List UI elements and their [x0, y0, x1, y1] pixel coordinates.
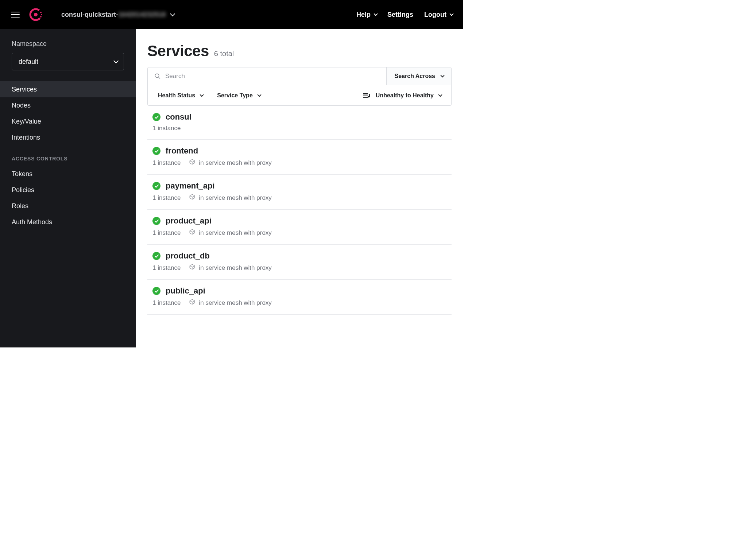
- service-row[interactable]: consul1 instance: [147, 106, 452, 140]
- mesh-icon: [189, 299, 196, 307]
- health-check-passing-icon: [152, 287, 160, 295]
- help-menu[interactable]: Help: [356, 11, 376, 19]
- instance-count: 1 instance: [152, 159, 181, 167]
- svg-line-20: [190, 266, 192, 267]
- health-status-label: Health Status: [158, 92, 195, 99]
- menu-toggle-icon[interactable]: [11, 12, 20, 18]
- sidebar: Namespace default ServicesNodesKey/Value…: [0, 29, 136, 347]
- service-name: payment_api: [166, 181, 215, 191]
- service-row[interactable]: product_db1 instancein service mesh with…: [147, 245, 452, 280]
- health-check-passing-icon: [152, 252, 160, 260]
- mesh-badge: in service mesh with proxy: [189, 194, 272, 202]
- svg-point-1: [34, 13, 38, 16]
- sidebar-item-tokens[interactable]: Tokens: [0, 166, 136, 182]
- svg-point-3: [41, 14, 42, 15]
- svg-line-13: [192, 196, 195, 197]
- search-icon: [154, 73, 161, 79]
- namespace-label: Namespace: [0, 40, 136, 53]
- sort-label: Unhealthy to Healthy: [376, 92, 434, 99]
- cluster-name-prefix: consul-quickstart-: [61, 11, 118, 18]
- sidebar-item-services[interactable]: Services: [0, 81, 136, 97]
- health-check-passing-icon: [152, 182, 160, 190]
- svg-line-17: [192, 231, 195, 232]
- search-across-dropdown[interactable]: Search Across: [386, 67, 451, 85]
- help-label: Help: [356, 11, 371, 19]
- mesh-label: in service mesh with proxy: [199, 229, 272, 237]
- mesh-icon: [189, 264, 196, 272]
- namespace-value: default: [19, 58, 38, 66]
- service-name: frontend: [166, 146, 198, 156]
- service-name: product_api: [166, 216, 212, 226]
- health-status-filter[interactable]: Health Status: [158, 92, 202, 99]
- sidebar-item-nodes[interactable]: Nodes: [0, 97, 136, 113]
- sidebar-item-key-value[interactable]: Key/Value: [0, 113, 136, 129]
- service-row[interactable]: public_api1 instancein service mesh with…: [147, 280, 452, 315]
- cluster-name-masked: 1642014232518: [118, 11, 166, 18]
- search-across-label: Search Across: [395, 73, 435, 79]
- service-type-filter[interactable]: Service Type: [217, 92, 260, 99]
- access-controls-heading: ACCESS CONTROLS: [0, 145, 136, 166]
- mesh-label: in service mesh with proxy: [199, 194, 272, 202]
- mesh-icon: [189, 159, 196, 167]
- toolbar: Search Across Health Status Service Type…: [147, 67, 452, 106]
- mesh-badge: in service mesh with proxy: [189, 299, 272, 307]
- datacenter-picker[interactable]: consul-quickstart-1642014232518: [61, 11, 174, 19]
- svg-line-24: [190, 301, 192, 302]
- mesh-icon: [189, 194, 196, 202]
- svg-line-25: [192, 301, 195, 302]
- chevron-down-icon: [113, 58, 119, 63]
- page-count: 6 total: [214, 50, 234, 58]
- mesh-badge: in service mesh with proxy: [189, 159, 272, 167]
- health-check-passing-icon: [152, 217, 160, 225]
- svg-line-9: [192, 161, 195, 162]
- instance-count: 1 instance: [152, 229, 181, 237]
- sort-dropdown[interactable]: Unhealthy to Healthy: [363, 92, 441, 99]
- svg-line-16: [190, 231, 192, 232]
- mesh-label: in service mesh with proxy: [199, 264, 272, 272]
- mesh-label: in service mesh with proxy: [199, 299, 272, 307]
- service-row[interactable]: frontend1 instancein service mesh with p…: [147, 140, 452, 175]
- svg-point-5: [155, 74, 159, 78]
- chevron-down-icon: [374, 12, 378, 16]
- service-name: consul: [166, 112, 191, 122]
- top-nav: Help Settings Logout: [356, 11, 452, 19]
- sidebar-item-intentions[interactable]: Intentions: [0, 129, 136, 145]
- service-row[interactable]: payment_api1 instancein service mesh wit…: [147, 175, 452, 210]
- search-box[interactable]: [148, 67, 386, 85]
- instance-count: 1 instance: [152, 299, 181, 307]
- namespace-select[interactable]: default: [12, 53, 124, 70]
- instance-count: 1 instance: [152, 125, 181, 132]
- chevron-down-icon: [438, 93, 442, 97]
- consul-logo[interactable]: [28, 7, 43, 22]
- instance-count: 1 instance: [152, 264, 181, 272]
- sidebar-item-auth-methods[interactable]: Auth Methods: [0, 214, 136, 230]
- chevron-down-icon: [440, 73, 444, 77]
- svg-point-4: [40, 16, 42, 18]
- svg-line-6: [158, 77, 160, 79]
- health-check-passing-icon: [152, 113, 160, 121]
- mesh-icon: [189, 229, 196, 237]
- health-check-passing-icon: [152, 147, 160, 155]
- settings-link[interactable]: Settings: [387, 11, 413, 19]
- service-list: consul1 instancefrontend1 instancein ser…: [147, 106, 452, 315]
- chevron-down-icon: [200, 93, 204, 97]
- settings-label: Settings: [387, 11, 413, 19]
- chevron-down-icon: [449, 12, 453, 16]
- mesh-label: in service mesh with proxy: [199, 159, 272, 167]
- instance-count: 1 instance: [152, 194, 181, 202]
- svg-line-8: [190, 161, 192, 162]
- main-content: Services 6 total Search Across Health St: [136, 29, 463, 347]
- service-type-label: Service Type: [217, 92, 253, 99]
- svg-point-2: [40, 12, 42, 13]
- sidebar-item-policies[interactable]: Policies: [0, 182, 136, 198]
- top-bar: consul-quickstart-1642014232518 Help Set…: [0, 0, 463, 29]
- svg-line-21: [192, 266, 195, 267]
- logout-label: Logout: [424, 11, 446, 19]
- mesh-badge: in service mesh with proxy: [189, 229, 272, 237]
- svg-line-12: [190, 196, 192, 197]
- search-input[interactable]: [165, 73, 380, 80]
- logout-menu[interactable]: Logout: [424, 11, 452, 19]
- service-row[interactable]: product_api1 instancein service mesh wit…: [147, 210, 452, 245]
- sort-icon: [363, 93, 369, 98]
- sidebar-item-roles[interactable]: Roles: [0, 198, 136, 214]
